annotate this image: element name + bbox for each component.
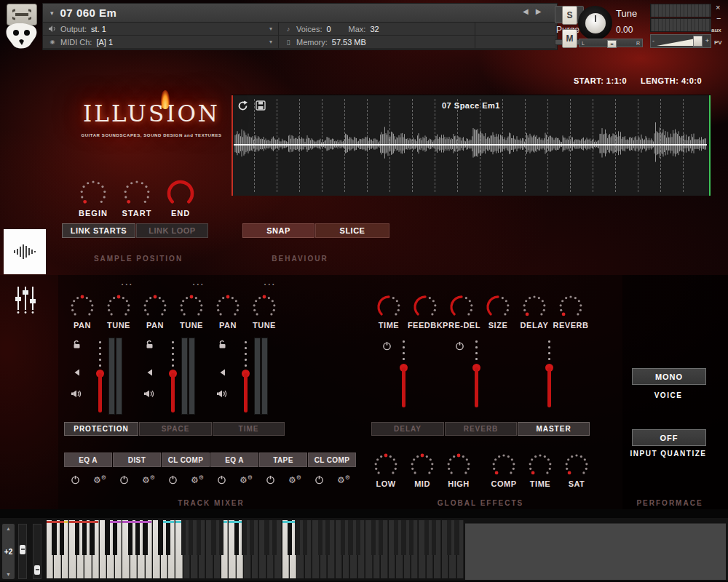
piano-key-black[interactable] — [409, 520, 414, 555]
chevron-down-icon[interactable]: ▾ — [269, 25, 272, 32]
pan-handle[interactable]: ◂▸ — [607, 40, 617, 48]
piano-key-black[interactable] — [211, 520, 215, 555]
piano-key-black[interactable] — [82, 520, 87, 555]
keyboard-scrollbar-2[interactable] — [33, 524, 41, 579]
tab-protection[interactable]: PROTECTION — [64, 422, 138, 436]
next-instrument-button[interactable]: ▶ — [536, 7, 542, 15]
voice-mode-button[interactable]: MONO — [632, 368, 706, 385]
piano-key-black[interactable] — [447, 520, 451, 555]
piano-key-black[interactable] — [219, 520, 223, 555]
knob-comp[interactable]: COMP — [486, 453, 522, 488]
piano-key-black[interactable] — [52, 520, 56, 555]
fx-slot-eq-a[interactable]: EQ A — [64, 453, 112, 467]
volume-handle[interactable] — [693, 36, 703, 47]
knob-delay[interactable]: DELAY — [516, 294, 553, 330]
speaker-icon[interactable] — [143, 389, 154, 398]
knob-pre-del[interactable]: PRE-DEL — [443, 294, 480, 330]
channel-menu-1[interactable]: ··· — [116, 280, 138, 289]
gear-icon[interactable]: ⚙⚙ — [142, 475, 155, 485]
fader-track[interactable] — [244, 373, 248, 412]
piano-key-black[interactable] — [295, 520, 299, 555]
fx-slot-tape[interactable]: TAPE — [259, 453, 307, 467]
tab-reverb[interactable]: REVERB — [445, 422, 517, 436]
piano-key-black[interactable] — [197, 520, 201, 555]
piano-key-black[interactable] — [90, 520, 94, 555]
mute-speaker-icon[interactable] — [218, 368, 226, 377]
power-icon[interactable] — [71, 475, 80, 485]
aux-label[interactable]: aux — [711, 27, 721, 33]
mute-speaker-icon[interactable] — [72, 368, 81, 377]
sample-start-marker[interactable] — [232, 95, 233, 196]
lock-open-icon[interactable] — [72, 340, 82, 349]
piano-key-black[interactable] — [356, 520, 360, 555]
gear-icon[interactable]: ⚙⚙ — [93, 475, 106, 485]
piano-key-black[interactable] — [424, 520, 429, 555]
piano-key-black[interactable] — [128, 520, 132, 555]
wrench-button[interactable] — [7, 4, 37, 25]
knob-pan[interactable]: PAN — [137, 294, 173, 330]
pv-label[interactable]: PV — [714, 39, 722, 46]
octave-down-icon[interactable]: ▼ — [6, 572, 11, 577]
piano-key-black[interactable] — [401, 520, 405, 555]
chevron-down-icon[interactable]: ▾ — [269, 39, 272, 45]
piano-key-black[interactable] — [379, 520, 383, 555]
piano-key-black[interactable] — [158, 520, 162, 555]
power-icon[interactable] — [266, 475, 275, 485]
power-icon[interactable] — [314, 475, 324, 485]
button-link-starts[interactable]: LINK STARTS — [62, 223, 135, 238]
knob-low[interactable]: LOW — [368, 453, 404, 488]
instrument-title-bar[interactable]: ▾ 07 060 Em — [43, 4, 557, 23]
fader-track[interactable] — [171, 373, 175, 412]
button-slice[interactable]: SLICE — [315, 223, 389, 238]
input-quantize-button[interactable]: OFF — [632, 429, 706, 446]
gear-icon[interactable]: ⚙⚙ — [240, 475, 253, 485]
knob-feedbk[interactable]: FEEDBK — [407, 294, 443, 330]
piano-key-black[interactable] — [288, 520, 292, 555]
piano-key-black[interactable] — [113, 520, 117, 555]
master-volume-slider[interactable]: - + — [650, 34, 711, 48]
knob-size[interactable]: SIZE — [480, 294, 516, 330]
piano-key-black[interactable] — [272, 520, 277, 555]
tab-mixer-view[interactable] — [13, 285, 38, 314]
piano-key-black[interactable] — [75, 520, 79, 555]
power-icon[interactable] — [168, 475, 178, 485]
mute-button[interactable]: M — [562, 29, 577, 48]
minimize-button[interactable]: − — [716, 14, 721, 23]
mute-speaker-icon[interactable] — [145, 368, 154, 377]
button-snap[interactable]: SNAP — [242, 223, 314, 238]
output-select[interactable]: Output: st. 1 ▾ — [43, 23, 279, 36]
max-value[interactable]: 32 — [370, 25, 379, 33]
fader-track[interactable] — [547, 367, 551, 407]
knob-time[interactable]: TIME — [522, 453, 558, 488]
sample-end-marker[interactable] — [709, 95, 711, 196]
piano-key-black[interactable] — [348, 520, 352, 555]
master-pan-slider[interactable]: L ◂▸ R — [579, 39, 643, 47]
speaker-icon[interactable] — [71, 389, 82, 398]
knob-end[interactable]: END — [159, 179, 202, 218]
gear-icon[interactable]: ⚙⚙ — [191, 475, 204, 485]
knob-reverb[interactable]: REVERB — [553, 294, 589, 330]
piano-key-black[interactable] — [105, 520, 109, 555]
channel-menu-3[interactable]: ··· — [259, 280, 281, 289]
scrollbar-handle[interactable] — [20, 545, 25, 554]
midi-channel-select[interactable]: ◉ MIDI Ch: [A] 1 ▾ — [43, 36, 279, 49]
fader-track[interactable] — [402, 367, 405, 407]
master-tune-knob[interactable] — [578, 6, 612, 40]
tab-master[interactable]: MASTER — [518, 422, 590, 436]
knob-start[interactable]: START — [115, 179, 159, 218]
close-button[interactable]: × — [716, 3, 720, 12]
fader-track[interactable] — [98, 373, 102, 412]
knob-high[interactable]: HIGH — [440, 453, 477, 488]
piano-key-black[interactable] — [189, 520, 193, 555]
octave-shift-control[interactable]: ▲ +2 ▼ — [2, 524, 15, 579]
channel-menu-2[interactable]: ··· — [188, 280, 210, 289]
octave-up-icon[interactable]: ▲ — [6, 526, 11, 531]
power-icon[interactable] — [382, 341, 392, 351]
power-icon[interactable] — [119, 475, 129, 485]
piano-key-black[interactable] — [143, 520, 147, 555]
speaker-icon[interactable] — [216, 389, 227, 398]
gear-icon[interactable]: ⚙⚙ — [337, 475, 350, 485]
knob-begin[interactable]: BEGIN — [71, 179, 115, 218]
knob-pan[interactable]: PAN — [210, 294, 246, 330]
piano-key-black[interactable] — [135, 520, 140, 555]
